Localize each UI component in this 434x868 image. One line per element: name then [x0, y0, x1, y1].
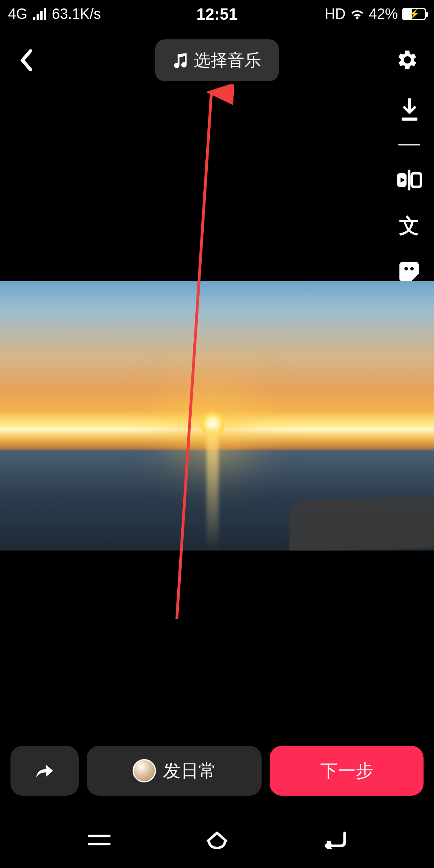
video-preview[interactable] [0, 281, 434, 551]
settings-button[interactable] [394, 47, 420, 73]
svg-point-4 [404, 267, 408, 270]
post-daily-label: 发日常 [163, 759, 216, 783]
back-button[interactable] [14, 48, 39, 72]
share-icon [35, 762, 55, 779]
download-button[interactable] [396, 96, 422, 122]
battery-icon: ⚡ [402, 8, 426, 20]
select-music-label: 选择音乐 [194, 49, 261, 72]
battery-percentage: 42% [369, 6, 398, 23]
next-step-button[interactable]: 下一步 [270, 746, 424, 796]
status-bar: 4G 63.1K/s 12:51 HD 42% ⚡ [0, 0, 434, 28]
share-button[interactable] [10, 746, 79, 796]
text-tool-button[interactable]: 文 [396, 213, 422, 239]
bottom-action-row: 发日常 下一步 [0, 746, 434, 796]
split-video-button[interactable] [396, 167, 422, 193]
select-music-button[interactable]: 选择音乐 [155, 39, 279, 81]
avatar [133, 759, 156, 782]
next-step-label: 下一步 [320, 759, 373, 783]
svg-point-5 [410, 267, 414, 270]
signal-icon [33, 8, 46, 20]
svg-rect-2 [411, 173, 421, 187]
svg-rect-0 [402, 118, 418, 121]
sticker-button[interactable] [396, 259, 422, 285]
wifi-icon [350, 8, 365, 20]
editor-top-bar: 选择音乐 [0, 36, 434, 84]
clock: 12:51 [197, 5, 237, 23]
system-nav-bar [0, 812, 434, 868]
tool-divider [398, 144, 420, 145]
hd-indicator: HD [325, 6, 346, 23]
svg-rect-3 [408, 170, 410, 190]
watermark-area [289, 496, 434, 551]
nav-home-button[interactable] [201, 824, 233, 856]
network-speed: 63.1K/s [52, 6, 101, 23]
nav-menu-button[interactable] [83, 824, 115, 856]
network-type: 4G [8, 6, 27, 23]
post-daily-button[interactable]: 发日常 [87, 746, 262, 796]
nav-back-button[interactable] [319, 824, 351, 856]
music-note-icon [173, 52, 187, 68]
